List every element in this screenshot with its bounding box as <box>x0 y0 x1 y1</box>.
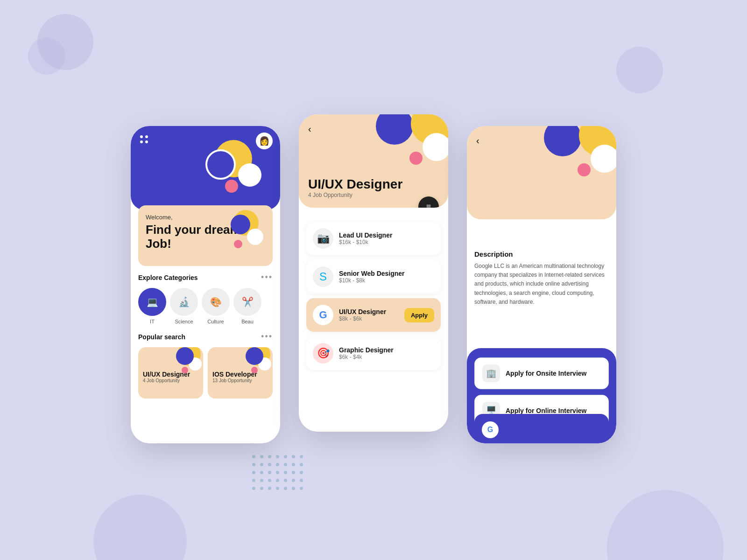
job-title-graphic: Graphic Designer <box>339 346 394 354</box>
welcome-text: Welcome, <box>146 214 173 221</box>
popular-card-ios[interactable]: IOS Developer 13 Job Opportunity <box>208 347 273 399</box>
category-culture-icon: 🎨 <box>202 288 230 316</box>
popular-more[interactable]: ••• <box>261 332 273 342</box>
welcome-banner: Welcome, Find your dream Job! <box>138 205 273 266</box>
job-icon-skype: S <box>313 266 333 287</box>
filter-button[interactable]: ≡ <box>418 196 439 208</box>
online-label: Apply for Online Interview <box>506 407 586 414</box>
popular-card-uiux-sub: 4 Job Opportunity <box>143 378 198 383</box>
job-salary-graphic: $6k - $4k <box>339 354 394 360</box>
popular-row: UI/UX Designer 4 Job Opportunity IOS Dev… <box>138 347 273 399</box>
phone-1: 👩 Welcome, Find your dream Job! Explore … <box>131 126 280 443</box>
job-title-senior-web: Senior Web Designer <box>339 270 405 277</box>
onsite-interview-button[interactable]: 🏢 Apply for Onsite Interview <box>474 357 609 389</box>
detail-job-title: UI/UX Designer <box>482 442 601 443</box>
job-salary-uiux: $8k - $6k <box>339 315 386 322</box>
job-card-lead-ui[interactable]: 📷 Lead UI Designer $16k - $10k <box>306 222 441 255</box>
job-detail-card: G UI/UX Designer $8k - $6k 👩‍🦰 👨 👩‍🦱 ••• <box>474 414 609 443</box>
filter-icon: ≡ <box>426 202 431 208</box>
back-button[interactable]: ‹ <box>308 124 311 134</box>
menu-dots[interactable] <box>140 135 148 143</box>
onsite-label: Apply for Onsite Interview <box>506 370 586 377</box>
category-science-icon: 🔬 <box>170 288 198 316</box>
categories-row: 💻 IT 🔬 Science 🎨 Culture ✂️ Beau <box>138 288 273 324</box>
apply-button[interactable]: Apply <box>404 308 434 322</box>
company-logo-text: G <box>487 426 493 434</box>
category-culture[interactable]: 🎨 Culture <box>202 288 230 324</box>
categories-section-title: Explore Categories <box>138 274 198 281</box>
job-card-graphic[interactable]: 🎯 Graphic Designer $6k - $4k <box>306 336 441 370</box>
category-it[interactable]: 💻 IT <box>138 288 166 324</box>
category-beauty[interactable]: ✂️ Beau <box>233 288 261 324</box>
job-title-uiux: UI/UX Designer <box>339 308 386 315</box>
category-beauty-icon: ✂️ <box>233 288 261 316</box>
category-science[interactable]: 🔬 Science <box>170 288 198 324</box>
google-logo: G <box>482 421 499 438</box>
job-card-senior-web[interactable]: S Senior Web Designer $10k - $8k <box>306 260 441 294</box>
job-category-title: UI/UX Designer <box>308 177 402 192</box>
job-icon-google: G <box>313 305 333 325</box>
phone-2: ‹ UI/UX Designer 4 Job Opportunity ≡ 📷 L… <box>299 114 448 432</box>
job-title-lead-ui: Lead UI Designer <box>339 231 392 239</box>
category-culture-label: Culture <box>207 319 224 324</box>
avatar[interactable]: 👩 <box>256 133 273 149</box>
category-it-icon: 💻 <box>138 288 166 316</box>
popular-card-ios-sub: 13 Job Opportunity <box>212 378 268 383</box>
popular-card-uiux[interactable]: UI/UX Designer 4 Job Opportunity <box>138 347 203 399</box>
job-icon-instagram: 📷 <box>313 228 333 249</box>
phone-3: ‹ G UI/UX Designer $8k - $6k 👩‍🦰 👨 👩‍🦱 •… <box>467 126 616 443</box>
category-beauty-label: Beau <box>241 319 254 324</box>
job-salary-lead-ui: $16k - $10k <box>339 239 392 245</box>
description-title: Description <box>474 250 609 258</box>
back-button-3[interactable]: ‹ <box>476 135 479 146</box>
popular-card-ios-title: IOS Developer <box>212 371 268 378</box>
job-icon-graphic: 🎯 <box>313 343 333 364</box>
job-detail-body: Description Google LLC is an American mu… <box>467 219 616 323</box>
description-text: Google LLC is an American multinational … <box>474 262 609 307</box>
job-count: 4 Job Opportunity <box>308 192 402 198</box>
job-salary-senior-web: $10k - $8k <box>339 277 405 284</box>
category-it-label: IT <box>150 319 155 324</box>
onsite-icon: 🏢 <box>482 364 500 382</box>
popular-section-title: Popular search <box>138 333 185 341</box>
category-science-label: Science <box>175 319 193 324</box>
popular-card-uiux-title: UI/UX Designer <box>143 371 198 378</box>
job-card-uiux[interactable]: G UI/UX Designer $8k - $6k Apply <box>306 298 441 332</box>
categories-more[interactable]: ••• <box>261 273 273 282</box>
